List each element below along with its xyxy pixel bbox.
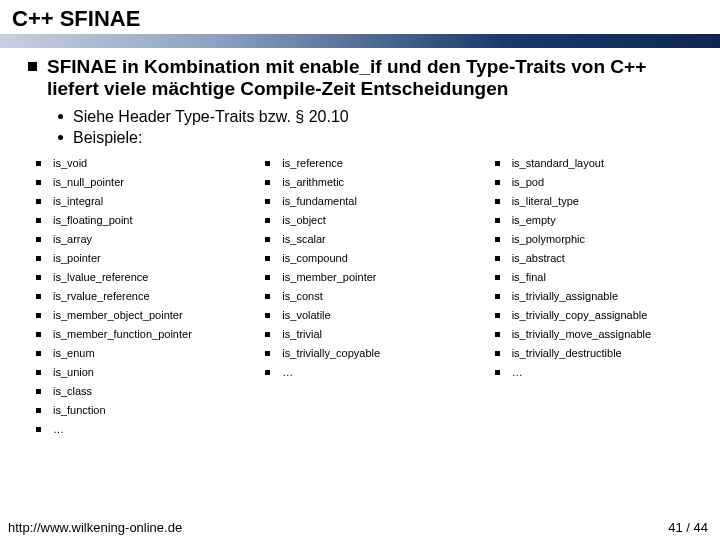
list-item-text: is_member_pointer — [282, 270, 376, 285]
tiny-square-bullet-icon — [265, 161, 270, 166]
list-item: is_reference — [265, 156, 462, 171]
list-item-text: is_enum — [53, 346, 95, 361]
list-item-text: is_union — [53, 365, 94, 380]
traits-column-3: is_standard_layoutis_podis_literal_typei… — [495, 156, 692, 441]
tiny-square-bullet-icon — [265, 275, 270, 280]
list-item-text: is_trivially_destructible — [512, 346, 622, 361]
list-item: is_final — [495, 270, 692, 285]
tiny-square-bullet-icon — [36, 427, 41, 432]
list-item-text: is_compound — [282, 251, 347, 266]
list-item: is_trivially_assignable — [495, 289, 692, 304]
list-item-text: … — [282, 365, 293, 380]
list-item: is_const — [265, 289, 462, 304]
list-item: is_function — [36, 403, 233, 418]
list-item: is_scalar — [265, 232, 462, 247]
list-item-text: is_member_object_pointer — [53, 308, 183, 323]
list-item: … — [495, 365, 692, 380]
list-item: is_trivially_copyable — [265, 346, 462, 361]
list-item: is_abstract — [495, 251, 692, 266]
tiny-square-bullet-icon — [265, 180, 270, 185]
tiny-square-bullet-icon — [495, 199, 500, 204]
list-item: is_trivially_destructible — [495, 346, 692, 361]
tiny-square-bullet-icon — [265, 237, 270, 242]
header-gradient-band — [0, 34, 720, 48]
tiny-square-bullet-icon — [36, 408, 41, 413]
list-item: is_standard_layout — [495, 156, 692, 171]
tiny-square-bullet-icon — [495, 275, 500, 280]
list-item: is_arithmetic — [265, 175, 462, 190]
tiny-square-bullet-icon — [265, 313, 270, 318]
tiny-square-bullet-icon — [495, 237, 500, 242]
list-item-text: is_function — [53, 403, 106, 418]
tiny-square-bullet-icon — [36, 218, 41, 223]
list-item: is_member_object_pointer — [36, 308, 233, 323]
tiny-square-bullet-icon — [36, 237, 41, 242]
list-item-text: is_abstract — [512, 251, 565, 266]
tiny-square-bullet-icon — [36, 332, 41, 337]
list-item: is_volatile — [265, 308, 462, 323]
tiny-square-bullet-icon — [495, 313, 500, 318]
tiny-square-bullet-icon — [495, 180, 500, 185]
list-item: is_integral — [36, 194, 233, 209]
list-item-text: is_object — [282, 213, 325, 228]
tiny-square-bullet-icon — [265, 370, 270, 375]
list-item-text: is_void — [53, 156, 87, 171]
list-item: is_trivial — [265, 327, 462, 342]
footer-page-number: 41 / 44 — [668, 520, 708, 535]
list-item: is_pointer — [36, 251, 233, 266]
lead-bullet-row: SFINAE in Kombination mit enable_if und … — [28, 56, 692, 101]
list-item: is_literal_type — [495, 194, 692, 209]
list-item: is_polymorphic — [495, 232, 692, 247]
square-bullet-icon — [28, 62, 37, 71]
tiny-square-bullet-icon — [265, 351, 270, 356]
dot-bullet-icon — [58, 114, 63, 119]
list-item: is_null_pointer — [36, 175, 233, 190]
tiny-square-bullet-icon — [36, 161, 41, 166]
tiny-square-bullet-icon — [36, 389, 41, 394]
list-item-text: is_empty — [512, 213, 556, 228]
tiny-square-bullet-icon — [265, 218, 270, 223]
list-item-text: is_final — [512, 270, 546, 285]
tiny-square-bullet-icon — [36, 370, 41, 375]
traits-columns: is_voidis_null_pointeris_integralis_floa… — [28, 156, 692, 441]
tiny-square-bullet-icon — [265, 332, 270, 337]
list-item: … — [265, 365, 462, 380]
list-item-text: is_trivial — [282, 327, 322, 342]
traits-column-2: is_referenceis_arithmeticis_fundamentali… — [265, 156, 462, 441]
list-item: … — [36, 422, 233, 437]
list-item-text: is_pointer — [53, 251, 101, 266]
tiny-square-bullet-icon — [36, 275, 41, 280]
list-item-text: is_rvalue_reference — [53, 289, 150, 304]
traits-column-1: is_voidis_null_pointeris_integralis_floa… — [36, 156, 233, 441]
list-item: is_floating_point — [36, 213, 233, 228]
page-title: C++ SFINAE — [12, 6, 708, 32]
list-item-text: is_member_function_pointer — [53, 327, 192, 342]
list-item-text: is_floating_point — [53, 213, 133, 228]
list-item: is_void — [36, 156, 233, 171]
tiny-square-bullet-icon — [495, 370, 500, 375]
list-item: is_member_function_pointer — [36, 327, 233, 342]
list-item: is_object — [265, 213, 462, 228]
list-item-text: is_standard_layout — [512, 156, 604, 171]
list-item-text: is_trivially_copy_assignable — [512, 308, 648, 323]
tiny-square-bullet-icon — [36, 199, 41, 204]
list-item-text: is_array — [53, 232, 92, 247]
list-item: is_lvalue_reference — [36, 270, 233, 285]
list-item-text: is_const — [282, 289, 322, 304]
list-item: is_pod — [495, 175, 692, 190]
list-item-text: … — [53, 422, 64, 437]
tiny-square-bullet-icon — [495, 256, 500, 261]
list-item: is_compound — [265, 251, 462, 266]
list-item-text: is_trivially_move_assignable — [512, 327, 651, 342]
list-item: is_array — [36, 232, 233, 247]
dot-bullet-icon — [58, 135, 63, 140]
tiny-square-bullet-icon — [265, 256, 270, 261]
list-item: is_trivially_move_assignable — [495, 327, 692, 342]
list-item-text: is_class — [53, 384, 92, 399]
tiny-square-bullet-icon — [495, 332, 500, 337]
tiny-square-bullet-icon — [495, 351, 500, 356]
sub-bullet-row: Beispiele: — [58, 128, 692, 148]
list-item-text: is_volatile — [282, 308, 330, 323]
title-bar: C++ SFINAE — [0, 0, 720, 34]
list-item-text: is_polymorphic — [512, 232, 585, 247]
